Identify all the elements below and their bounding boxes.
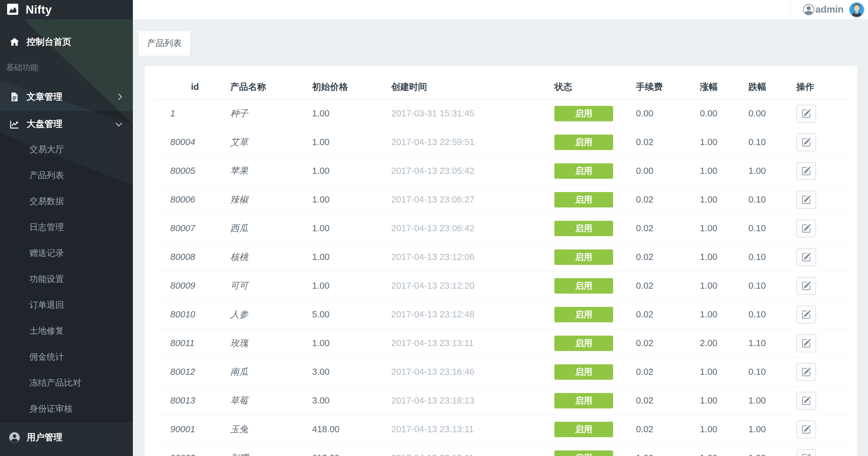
col-header-rise: 涨幅: [687, 75, 736, 99]
cell-action: [795, 243, 849, 271]
table-row: 80011玫瑰1.002017-04-13 23:13:11启用0.022.00…: [154, 329, 849, 358]
cell-price: 5.00: [301, 300, 381, 329]
cell-fall: 0.10: [736, 128, 795, 157]
status-badge-enabled[interactable]: 启用: [554, 307, 613, 322]
sidebar-item-label: 用户管理: [27, 431, 62, 444]
edit-button[interactable]: [796, 334, 816, 352]
brand-area[interactable]: Nifty: [0, 0, 133, 20]
tab-product-list[interactable]: 产品列表: [138, 31, 190, 56]
cell-id: 80008: [154, 243, 219, 271]
edit-button[interactable]: [796, 277, 816, 295]
status-badge-enabled[interactable]: 启用: [554, 250, 613, 265]
edit-button[interactable]: [796, 105, 816, 123]
status-badge-enabled[interactable]: 启用: [554, 422, 613, 437]
sidebar-subitem-7[interactable]: 土地修复: [0, 318, 133, 344]
sidebar-item-dashboard[interactable]: 控制台首页: [0, 27, 133, 57]
brand-title: Nifty: [26, 3, 52, 17]
sidebar-item-market[interactable]: 大盘管理: [0, 112, 133, 136]
edit-button[interactable]: [796, 306, 816, 324]
edit-button[interactable]: [796, 392, 816, 410]
cell-rise: 2.00: [687, 329, 736, 358]
user-menu[interactable]: admin: [790, 0, 844, 20]
status-badge-enabled[interactable]: 启用: [554, 163, 613, 179]
cell-status: 启用: [542, 444, 624, 456]
edit-button[interactable]: [796, 133, 816, 151]
table-row: 80010人参5.002017-04-13 23:12:48启用0.021.00…: [154, 300, 849, 329]
sidebar-subitem-0[interactable]: 交易大厅: [0, 136, 133, 162]
edit-button[interactable]: [796, 449, 816, 456]
status-badge-enabled[interactable]: 启用: [554, 278, 613, 294]
cell-price: 1.00: [301, 329, 381, 358]
status-badge-enabled[interactable]: 启用: [554, 393, 613, 409]
table-row: 80012南瓜3.002017-04-13 23:16:46启用0.021.00…: [154, 358, 849, 386]
edit-button[interactable]: [796, 220, 816, 237]
cell-date: 2017-04-13 23:13:11: [381, 329, 542, 358]
edit-button[interactable]: [796, 421, 816, 438]
edit-button[interactable]: [796, 363, 816, 381]
sidebar-subitem-6[interactable]: 订单退回: [0, 292, 133, 318]
cell-date: 2017-04-13 23:18:13: [381, 386, 542, 415]
cell-fee: 0.02: [624, 300, 687, 329]
sidebar-subitem-4[interactable]: 赠送记录: [0, 240, 133, 266]
cell-id: 80004: [154, 128, 219, 157]
cell-price: 1.00: [301, 243, 381, 271]
sidebar-subitem-8[interactable]: 佣金统计: [0, 344, 133, 370]
col-header-status: 状态: [542, 75, 624, 99]
table-header-row: id产品名称初始价格创建时间状态手续费涨幅跌幅操作: [154, 75, 849, 99]
cell-rise: 1.00: [687, 271, 736, 300]
cell-id: 90002: [154, 444, 219, 456]
status-badge-enabled[interactable]: 启用: [554, 450, 613, 456]
cell-action: [795, 99, 849, 128]
cell-date: 2017-04-13 22:59:51: [381, 128, 542, 157]
sidebar-subitem-9[interactable]: 冻结产品比对: [0, 370, 133, 396]
col-header-fee: 手续费: [624, 75, 687, 99]
cell-fall: 1.00: [736, 415, 795, 444]
cell-date: 2017-04-13 23:12:20: [381, 271, 542, 300]
avatar[interactable]: [848, 2, 865, 18]
edit-button[interactable]: [796, 191, 816, 209]
sidebar-subitem-1[interactable]: 产品列表: [0, 162, 133, 188]
cell-fee: 0.00: [624, 157, 687, 185]
cell-name: 刺猬: [219, 444, 301, 456]
sidebar-subitem-3[interactable]: 日志管理: [0, 214, 133, 240]
chart-line-icon: [9, 119, 20, 129]
username: admin: [815, 4, 844, 15]
status-badge-enabled[interactable]: 启用: [554, 221, 613, 236]
cell-status: 启用: [542, 415, 624, 444]
topbar-right: admin: [133, 0, 868, 20]
cell-rise: 1.00: [687, 243, 736, 271]
status-badge-enabled[interactable]: 启用: [554, 335, 613, 351]
cell-id: 80013: [154, 386, 219, 415]
cell-action: [795, 185, 849, 214]
topbar: Nifty admin: [0, 0, 868, 20]
sidebar-subitem-10[interactable]: 身份证审核: [0, 396, 133, 422]
cell-fee: 0.02: [624, 243, 687, 271]
edit-button[interactable]: [796, 162, 816, 180]
sidebar-item-users[interactable]: 用户管理: [0, 422, 133, 453]
document-icon: [9, 92, 20, 102]
cell-id: 80006: [154, 185, 219, 214]
status-badge-enabled[interactable]: 启用: [554, 135, 613, 150]
status-badge-enabled[interactable]: 启用: [554, 364, 613, 380]
cell-id: 80005: [154, 157, 219, 185]
sidebar-subitem-5[interactable]: 功能设置: [0, 266, 133, 292]
cell-name: 艾草: [219, 128, 301, 157]
cell-status: 启用: [542, 243, 624, 271]
cell-fall: 1.10: [736, 329, 795, 358]
sidebar-item-articles[interactable]: 文章管理: [0, 82, 133, 111]
cell-fee: 0.02: [624, 415, 687, 444]
cell-fall: 1.00: [736, 444, 795, 456]
status-badge-enabled[interactable]: 启用: [554, 106, 613, 121]
cell-status: 启用: [542, 99, 624, 128]
cell-fall: 0.00: [736, 99, 795, 128]
edit-button[interactable]: [796, 248, 816, 266]
cell-action: [795, 128, 849, 157]
status-badge-enabled[interactable]: 启用: [554, 192, 613, 207]
nifty-logo-icon: [7, 4, 18, 16]
cell-name: 玫瑰: [219, 329, 301, 358]
sidebar-subitem-2[interactable]: 交易数据: [0, 188, 133, 214]
cell-date: 2017-04-13 23:12:48: [381, 300, 542, 329]
cell-rise: 0.00: [687, 99, 736, 128]
cell-name: 草莓: [219, 386, 301, 415]
cell-fee: 0.02: [624, 329, 687, 358]
